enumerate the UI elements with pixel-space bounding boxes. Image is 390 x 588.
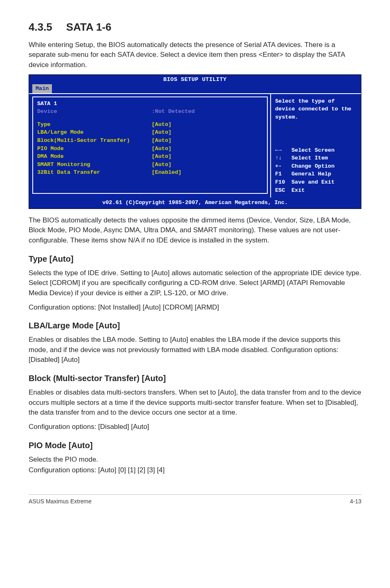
bios-key-desc: Exit	[291, 186, 305, 195]
bios-tabbar: Main	[29, 84, 361, 93]
pio-heading: PIO Mode [Auto]	[29, 440, 361, 451]
bios-help-text: Select the type of device connected to t…	[275, 97, 358, 146]
bios-option-row[interactable]: PIO Mode [Auto]	[37, 145, 263, 153]
bios-option-label: PIO Mode	[37, 145, 152, 153]
type-body: Selects the type of IDE drive. Setting t…	[29, 268, 361, 298]
block-config: Configuration options: [Disabled] [Auto]	[29, 422, 361, 432]
bios-key-row: ↑↓Select Item	[275, 154, 358, 162]
bios-right-pane: Select the type of device connected to t…	[270, 94, 361, 197]
bios-window: BIOS SETUP UTILITY Main SATA 1 Device :N…	[29, 74, 361, 209]
footer-right: 4-13	[350, 497, 361, 505]
bios-left-pane: SATA 1 Device :Not Detected Type [Auto] …	[29, 94, 270, 197]
bios-key: F10	[275, 178, 291, 186]
bios-option-value: [Auto]	[152, 145, 172, 153]
bios-tab-main[interactable]: Main	[32, 84, 52, 93]
bios-key-row: ESCExit	[275, 186, 358, 195]
bios-device-value: :Not Detected	[152, 108, 195, 116]
bios-key-row: +-Change Option	[275, 162, 358, 171]
bios-option-value: [Auto]	[152, 153, 172, 161]
bios-option-label: Type	[37, 121, 152, 129]
bios-key: F1	[275, 170, 291, 178]
section-title: SATA 1-6	[66, 21, 112, 33]
block-body: Enables or disables data multi-sectors t…	[29, 388, 361, 418]
bios-key: ESC	[275, 186, 291, 195]
bios-key-desc: Change Option	[291, 162, 334, 171]
block-heading: Block (Multi-sector Transfer) [Auto]	[29, 373, 361, 384]
bios-option-row[interactable]: LBA/Large Mode [Auto]	[37, 128, 263, 137]
bios-body: SATA 1 Device :Not Detected Type [Auto] …	[29, 93, 361, 197]
bios-option-label: 32Bit Data Transfer	[37, 168, 152, 177]
bios-option-value: [Auto]	[152, 128, 172, 137]
type-config: Configuration options: [Not Installed] […	[29, 303, 361, 313]
bios-key-row: F10Save and Exit	[275, 178, 358, 186]
bios-option-row[interactable]: DMA Mode [Auto]	[37, 153, 263, 161]
bios-key-desc: Select Item	[291, 154, 328, 162]
after-bios-text: The BIOS automatically detects the value…	[29, 215, 361, 246]
bios-option-label: DMA Mode	[37, 153, 152, 161]
lba-body: Enables or disables the LBA mode. Settin…	[29, 335, 361, 365]
bios-option-value: [Auto]	[152, 121, 172, 129]
spacer	[37, 116, 263, 121]
section-heading: 4.3.5SATA 1-6	[29, 20, 361, 35]
footer-left: ASUS Maximus Extreme	[29, 497, 92, 505]
bios-option-label: Block(Multi-Sector Transfer)	[37, 137, 152, 145]
bios-option-value: [Enabled]	[152, 168, 182, 177]
bios-option-row[interactable]: SMART Monitoring [Auto]	[37, 161, 263, 169]
section-intro: While entering Setup, the BIOS automatic…	[29, 40, 361, 70]
pio-config: Configuration options: [Auto] [0] [1] [2…	[29, 465, 361, 476]
bios-option-row[interactable]: 32Bit Data Transfer [Enabled]	[37, 168, 263, 177]
bios-option-label: LBA/Large Mode	[37, 128, 152, 137]
bios-panel-header: SATA 1	[37, 100, 263, 108]
bios-key: ←→	[275, 146, 291, 155]
bios-key-desc: Save and Exit	[291, 178, 334, 186]
bios-keys: ←→Select Screen ↑↓Select Item +-Change O…	[275, 146, 358, 194]
type-heading: Type [Auto]	[29, 253, 361, 265]
bios-option-value: [Auto]	[152, 161, 172, 169]
bios-key-row: F1General Help	[275, 170, 358, 178]
bios-option-row[interactable]: Type [Auto]	[37, 121, 263, 129]
bios-title: BIOS SETUP UTILITY	[29, 75, 361, 85]
bios-device-label: Device	[37, 108, 152, 116]
bios-key-desc: General Help	[291, 170, 331, 178]
bios-option-value: [Auto]	[152, 137, 172, 145]
bios-device-row: Device :Not Detected	[37, 108, 263, 116]
bios-key-row: ←→Select Screen	[275, 146, 358, 155]
page-footer: ASUS Maximus Extreme 4-13	[29, 494, 361, 505]
section-number: 4.3.5	[29, 20, 52, 35]
pio-body: Selects the PIO mode.	[29, 455, 361, 465]
bios-option-row[interactable]: Block(Multi-Sector Transfer) [Auto]	[37, 137, 263, 145]
lba-heading: LBA/Large Mode [Auto]	[29, 320, 361, 332]
bios-key: ↑↓	[275, 154, 291, 162]
bios-option-label: SMART Monitoring	[37, 161, 152, 169]
bios-key: +-	[275, 162, 291, 171]
bios-footer: v02.61 (C)Copyright 1985-2007, American …	[29, 197, 361, 209]
bios-panel: SATA 1 Device :Not Detected Type [Auto] …	[32, 97, 268, 194]
bios-key-desc: Select Screen	[291, 146, 334, 155]
